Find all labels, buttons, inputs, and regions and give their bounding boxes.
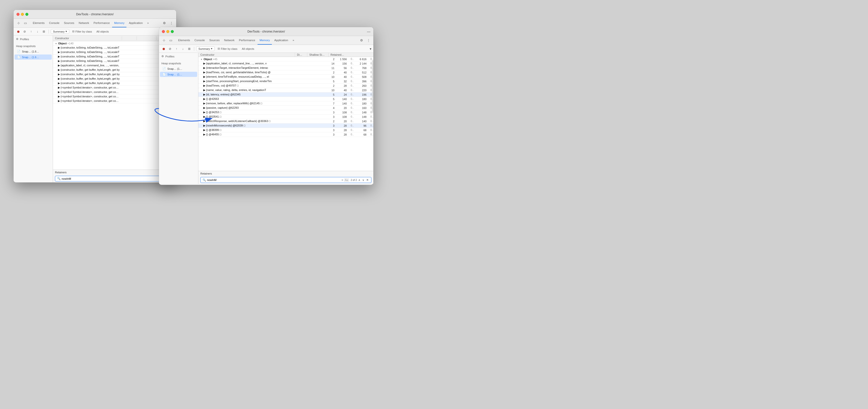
minimize-button-2[interactable] [166, 30, 169, 33]
table-row[interactable]: ▶ {interactionTarget, interactionTargetE… [198, 66, 373, 70]
toolbar-dropdown-right[interactable]: ▾ [370, 47, 371, 51]
search-prev-icon[interactable]: ∧ [358, 178, 361, 182]
minimize-icon[interactable]: — [367, 30, 370, 33]
search-aa-icon[interactable]: Aa [344, 178, 349, 182]
expander-icon[interactable]: ▼ [55, 42, 57, 45]
tab-elements-2[interactable]: Elements [176, 36, 192, 45]
filter-class-btn[interactable]: ⊟ Filter by class [70, 29, 94, 33]
download-button[interactable]: ↓ [35, 29, 40, 34]
tab-sources-1[interactable]: Sources [62, 19, 76, 27]
gear-icon-2[interactable]: ⚙ [359, 37, 365, 43]
table-row[interactable]: ▶ {<symbol Symbol.iterator>, constructor… [53, 86, 176, 90]
table-row[interactable]: ▶ {application_label, cl, command_line, … [198, 61, 373, 66]
table-row[interactable]: ▶ {} @34253 □ 3 108 0 % 148 0 % [198, 110, 373, 115]
search-close-icon[interactable]: ✕ [366, 178, 369, 182]
th-shallow-2[interactable]: Shallow Si… [307, 53, 329, 57]
table-row[interactable]: ▶ {constructor, toString, toDateString, … [53, 55, 176, 59]
table-row[interactable]: ▶ {name, value, rating, delta, entries, … [198, 88, 373, 92]
cursor-icon-2[interactable]: ⊹ [161, 37, 167, 43]
tab-more-1[interactable]: » [145, 19, 151, 27]
tab-network-1[interactable]: Network [76, 19, 91, 27]
table-row[interactable]: ▶ {} @46455 □ 3 28 0 % 68 0 % [198, 133, 373, 137]
highlighted-row-2[interactable]: ▶ {nowInMicroseconds} @62039 □ 3 28 0 % … [198, 123, 373, 128]
table-row[interactable]: ▶ {<symbol Symbol.iterator>, constructor… [53, 90, 176, 94]
table-row[interactable]: ▶ {} @38399 □ 3 28 0 % 68 0 % [198, 128, 373, 133]
sidebar-snap2-w2[interactable]: 📄 Snap… (1… [160, 72, 197, 77]
table-row[interactable]: ▶ {<symbol Symbol.iterator>, constructor… [53, 99, 176, 103]
more-vert-icon-2[interactable]: ⋮ [366, 37, 371, 43]
highlighted-row-1[interactable]: ▶ {id, latency, entries} @62345 5 24 0 %… [198, 92, 373, 97]
tab-performance-1[interactable]: Performance [92, 19, 112, 27]
summary-dropdown-2[interactable]: Summary ▾ [196, 46, 215, 51]
table-row[interactable]: ▶ {constructor, buffer, get buffer, byte… [53, 77, 176, 81]
table-row[interactable]: ▶ {<symbol Symbol.iterator>, constructor… [53, 94, 176, 99]
sidebar-snap1-w2[interactable]: 📄 Snap… (1… [160, 66, 197, 71]
device-icon[interactable]: ▭ [23, 20, 28, 26]
table-row[interactable]: ▶ {constructor, buffer, get buffer, byte… [53, 81, 176, 86]
device-icon-2[interactable]: ▭ [168, 37, 174, 43]
upload-button-2[interactable]: ↑ [174, 46, 179, 52]
clear-button[interactable]: ⊘ [22, 29, 27, 34]
th-distance-2[interactable]: Di… [295, 53, 307, 57]
table-row[interactable]: ▶ {startTime, processingStart, processin… [198, 79, 373, 84]
cursor-icon[interactable]: ⊹ [16, 20, 22, 26]
th-shallow[interactable] [137, 36, 156, 40]
search-clear-icon[interactable]: ✕ [341, 179, 343, 181]
tab-application-2[interactable]: Application [272, 36, 290, 45]
tab-sources-2[interactable]: Sources [207, 36, 222, 45]
search-icon-2: 🔍 [203, 178, 206, 182]
expander-icon-2[interactable]: ▼ [200, 58, 203, 61]
object-section-header[interactable]: ▼ Object ×140 [53, 41, 176, 46]
download-button-2[interactable]: ↓ [180, 46, 186, 52]
scrollbar-indicator[interactable] [372, 60, 373, 113]
grid-button-2[interactable]: ⊞ [187, 46, 192, 52]
table-row[interactable]: ▶ {} @42663 5 140 0 % 180 0 % [198, 97, 373, 101]
tab-console-2[interactable]: Console [192, 36, 207, 45]
clear-button-2[interactable]: ⊘ [167, 46, 173, 52]
th-constructor-2[interactable]: Constructor [198, 53, 295, 57]
table-row[interactable]: ▶ {constructor, buffer, get buffer, byte… [53, 72, 176, 77]
tab-more-2[interactable]: » [290, 36, 296, 45]
maximize-button-2[interactable] [171, 30, 174, 33]
table-row[interactable]: ▶ {loadTimes, csi} @49707 □ 2 28 0 % 260… [198, 84, 373, 88]
gear-icon[interactable]: ⚙ [161, 20, 167, 26]
search-input-2[interactable] [207, 178, 340, 181]
table-row[interactable]: ▶ {loadTimes, csi, send, getVariableValu… [198, 70, 373, 75]
tab-application-1[interactable]: Application [127, 19, 145, 27]
tab-elements-1[interactable]: Elements [31, 19, 46, 27]
close-button-2[interactable] [162, 30, 165, 33]
record-button-2[interactable]: ⏺ [161, 46, 166, 52]
th-constructor[interactable]: Constructor [53, 36, 122, 40]
tab-memory-2[interactable]: Memory [257, 36, 272, 45]
record-button[interactable]: ⏺ [16, 29, 21, 34]
th-distance[interactable] [122, 36, 137, 40]
tab-console-1[interactable]: Console [47, 19, 61, 27]
table-row[interactable]: ▶ {constructor, toString, toDateString, … [53, 59, 176, 63]
tab-performance-2[interactable]: Performance [237, 36, 257, 45]
table-row[interactable]: ▶ {constructor, buffer, get buffer, byte… [53, 68, 176, 72]
table-row[interactable]: ▶ {passive, capture} @62293 4 20 0 % 160… [198, 106, 373, 110]
grid-button[interactable]: ⊞ [41, 29, 46, 34]
table-row[interactable]: ▶ {constructor, toString, toDateString, … [53, 50, 176, 55]
tab-memory-1[interactable]: Memory [112, 19, 126, 27]
object-section-row[interactable]: ▼ Object ×45 2 1 556 0 % 6 616 0 % [198, 57, 373, 61]
maximize-button-1[interactable] [25, 13, 28, 16]
table-row[interactable]: ▶ {webUIResponse, webUIListenerCallback}… [198, 119, 373, 123]
table-row[interactable]: ▶ {application_label, cl, command_line, … [53, 63, 176, 68]
search-input-1[interactable] [62, 177, 172, 180]
table-row[interactable]: ▶ {element, timeToFirstByte, resourceLoa… [198, 75, 373, 79]
sidebar-snap2[interactable]: 📄 Snap… (1.6… [14, 55, 52, 60]
table-row[interactable]: ▶ {} @53541 □ 3 108 0 % 148 0 % [198, 115, 373, 119]
upload-button[interactable]: ↑ [28, 29, 34, 34]
table-row[interactable]: ▶ {constructor, toString, toDateString, … [53, 46, 176, 50]
table-row[interactable]: ▶ {remove, before, after, replaceWith} @… [198, 101, 373, 106]
th-retained-2[interactable]: Retained… [329, 53, 369, 57]
summary-dropdown[interactable]: Summary ▾ [51, 29, 69, 34]
search-next-icon[interactable]: ∨ [362, 178, 365, 182]
tab-network-2[interactable]: Network [222, 36, 236, 45]
filter-class-btn-2[interactable]: ⊟ Filter by class [216, 47, 239, 51]
sidebar-snap1[interactable]: 📄 Snap… (1.6… [14, 49, 52, 54]
close-button-1[interactable] [17, 13, 20, 16]
minimize-button-1[interactable] [21, 13, 24, 16]
more-vert-icon[interactable]: ⋮ [168, 20, 174, 26]
